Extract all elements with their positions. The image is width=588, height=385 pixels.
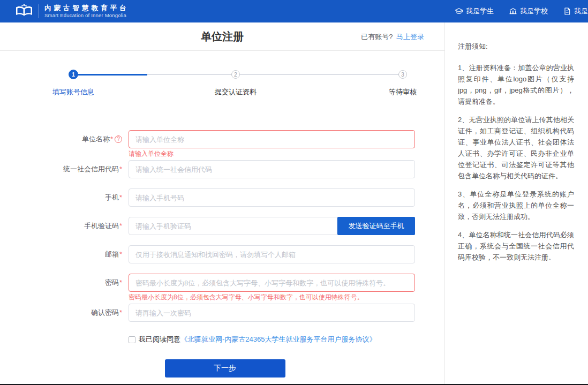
required-mark: * xyxy=(119,193,122,201)
password-input[interactable] xyxy=(129,274,415,292)
nav-item-school[interactable]: 我是学校 xyxy=(509,6,548,16)
notice-paragraph-4: 4、单位名称和统一社会信用代码必须正确，系统会与全国统一社会信用代码库校验，不一… xyxy=(458,229,574,263)
form-row-password: 密码* 密码最小长度为8位，必须包含大写字母、小写字母和数字，也可以使用特殊符号… xyxy=(35,274,415,301)
nav-item-label: 我是单位 xyxy=(574,6,588,16)
login-now-link[interactable]: 马上登录 xyxy=(396,33,424,41)
agreement-link[interactable]: 《北疆就业网-内蒙古24365大学生就业服务平台用户服务协议》 xyxy=(180,335,376,344)
step-3-circle: 3 xyxy=(398,70,407,79)
form-row-unit-name: 单位名称*? 请输入单位全称 xyxy=(35,130,415,158)
notice-sidebar: 注册须知: 1、注册资料准备：加盖公章的营业执照复印件、单位logo图片（仅支持… xyxy=(444,22,588,385)
agreement-row: 我已阅读同意 《北疆就业网-内蒙古24365大学生就业服务平台用户服务协议》 xyxy=(129,335,415,344)
unit-name-error: 请输入单位全称 xyxy=(129,150,415,158)
send-sms-code-button[interactable]: 发送验证码至手机 xyxy=(337,217,415,235)
unit-name-label: 单位名称*? xyxy=(35,130,129,158)
school-building-icon xyxy=(509,7,517,16)
step-1-circle: 1 xyxy=(69,70,78,79)
password-label: 密码* xyxy=(35,274,129,301)
help-icon[interactable]: ? xyxy=(115,135,122,143)
form-row-email: 邮箱* xyxy=(35,245,415,263)
required-mark: * xyxy=(119,308,122,316)
nav-item-employer[interactable]: 我是单位 xyxy=(563,6,588,16)
phone-label: 手机* xyxy=(35,188,129,207)
platform-subtitle: Smart Education of Inner Mongolia xyxy=(44,12,129,19)
required-mark: * xyxy=(119,222,122,230)
form-row-credit-code: 统一社会信用代码* xyxy=(35,160,415,178)
platform-title: 内蒙古智慧教育平台 xyxy=(44,4,129,12)
platform-logo: 内蒙古智慧教育平台 Smart Education of Inner Mongo… xyxy=(15,3,129,19)
document-icon xyxy=(563,7,571,16)
title-row: 单位注册 已有账号? 马上登录 xyxy=(0,22,444,51)
sms-code-input[interactable] xyxy=(129,217,337,235)
notice-paragraph-2: 2、无营业执照的单位请上传其他相关证件，如工商登记证、组织机构代码证、事业单位法… xyxy=(458,114,574,182)
confirm-password-label: 确认密码* xyxy=(35,304,129,322)
app-header: 内蒙古智慧教育平台 Smart Education of Inner Mongo… xyxy=(0,0,588,22)
unit-name-input[interactable] xyxy=(129,130,415,148)
open-book-logo-icon xyxy=(15,3,33,19)
email-input[interactable] xyxy=(129,245,415,263)
login-hint: 已有账号? 马上登录 xyxy=(361,22,424,51)
step-1-label: 填写账号信息 xyxy=(52,87,94,97)
step-2-circle: 2 xyxy=(231,70,240,79)
registration-main: 单位注册 已有账号? 马上登录 1 2 3 填写账号信息 提交认证资料 等待审核… xyxy=(0,22,444,385)
password-error: 密码最小长度为8位，必须包含大写字母、小写字母和数字，也可以使用特殊符号。 xyxy=(129,293,415,301)
phone-input[interactable] xyxy=(129,188,415,207)
required-mark: * xyxy=(110,135,113,143)
form-row-phone: 手机* xyxy=(35,188,415,207)
notice-paragraph-3: 3、单位全称是单位登录系统的账户名，必须和营业执照上的单位全称一致，否则无法注册… xyxy=(458,188,574,222)
step-2-label: 提交认证资料 xyxy=(215,87,257,97)
confirm-password-input[interactable] xyxy=(129,304,415,322)
form-row-confirm-password: 确认密码* xyxy=(35,304,415,322)
credit-code-input[interactable] xyxy=(129,160,415,178)
required-mark: * xyxy=(119,165,122,173)
registration-stepper: 1 2 3 填写账号信息 提交认证资料 等待审核 xyxy=(0,63,444,104)
required-mark: * xyxy=(119,250,122,258)
agreement-text: 我已阅读同意 xyxy=(139,335,180,344)
sms-code-label: 手机验证码* xyxy=(35,217,129,235)
credit-code-label: 统一社会信用代码* xyxy=(35,160,129,178)
header-nav: 我是学生 我是学校 我是单位 xyxy=(455,6,588,16)
notice-title: 注册须知: xyxy=(458,42,574,51)
login-hint-text: 已有账号? xyxy=(361,33,393,41)
agreement-checkbox[interactable] xyxy=(129,336,135,343)
nav-item-label: 我是学生 xyxy=(466,6,494,16)
next-step-button[interactable]: 下一步 xyxy=(165,359,285,378)
nav-item-student[interactable]: 我是学生 xyxy=(455,6,494,16)
required-mark: * xyxy=(119,278,122,286)
stepper-track-progress xyxy=(73,74,147,76)
notice-paragraph-1: 1、注册资料准备：加盖公章的营业执照复印件、单位logo图片（仅支持jpg，pn… xyxy=(458,62,574,107)
registration-form: 单位名称*? 请输入单位全称 统一社会信用代码* 手机* xyxy=(0,130,444,378)
logo-divider xyxy=(39,4,39,18)
nav-item-label: 我是学校 xyxy=(520,6,548,16)
email-label: 邮箱* xyxy=(35,245,129,263)
graduation-cap-icon xyxy=(455,7,463,16)
step-3-label: 等待审核 xyxy=(389,87,417,97)
form-row-sms-code: 手机验证码* 发送验证码至手机 xyxy=(35,217,415,235)
